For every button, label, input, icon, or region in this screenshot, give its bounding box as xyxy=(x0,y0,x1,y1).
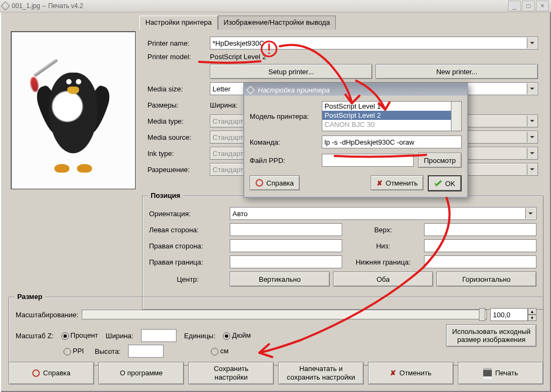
dialog-cancel-button[interactable]: Отменить xyxy=(371,175,423,190)
scaling-spinner[interactable]: 100,0 ▲▼ xyxy=(490,308,536,321)
list-item[interactable]: PostScript Level 1 xyxy=(322,102,451,111)
chevron-up-icon[interactable]: ▲ xyxy=(528,308,536,315)
orientation-dropdown[interactable]: Авто xyxy=(230,207,536,220)
setup-printer-button[interactable]: Setup printer... xyxy=(210,64,372,79)
chevron-down-icon[interactable] xyxy=(527,148,537,159)
tab-image-output[interactable]: Изображение/Настройки вывода xyxy=(218,16,336,30)
window-menu-icon[interactable] xyxy=(246,85,255,94)
scaling-value[interactable]: 100,0 xyxy=(490,308,528,321)
print-preview xyxy=(11,31,136,189)
chevron-down-icon[interactable] xyxy=(527,116,537,126)
left-side-label: Левая сторона: xyxy=(149,226,227,234)
list-item[interactable]: CANON BJC 30 xyxy=(322,120,451,129)
media-source-label: Media source: xyxy=(147,133,207,141)
command-input[interactable]: lp -s -dHpDeskjet930C -oraw xyxy=(322,136,462,148)
dialog-ppd-label: Файл PPD: xyxy=(250,156,317,165)
titlebar: 001_1.jpg -- Печать v4.2 _ □ × xyxy=(0,0,551,12)
radio-inch[interactable] xyxy=(223,332,230,340)
browse-button[interactable]: Просмотр xyxy=(418,153,462,168)
top-label: Верх: xyxy=(345,226,421,234)
right-border-input[interactable] xyxy=(230,255,342,268)
help-button[interactable]: Справка xyxy=(9,362,94,384)
bottom-border-input[interactable] xyxy=(424,255,536,268)
window-menu-icon[interactable] xyxy=(1,2,10,11)
dialog-ok-button[interactable]: OK xyxy=(428,175,462,191)
scalez-label: Масштаб Z: xyxy=(16,332,54,340)
print-button[interactable]: Печать xyxy=(458,362,543,384)
help-icon xyxy=(256,179,263,187)
right-side-input[interactable] xyxy=(230,239,342,252)
position-legend: Позиция xyxy=(148,191,183,199)
chevron-down-icon[interactable] xyxy=(527,38,537,48)
bottom-input[interactable] xyxy=(424,239,536,252)
media-size-value: Letter xyxy=(213,85,230,93)
dialog-title: Настройка принтера xyxy=(258,86,330,94)
print-icon xyxy=(483,370,492,376)
top-input[interactable] xyxy=(424,223,536,236)
printer-name-dropdown[interactable]: *HpDeskjet930C xyxy=(210,37,538,49)
chevron-down-icon[interactable]: ▼ xyxy=(528,315,536,321)
cancel-icon xyxy=(377,179,383,187)
size-height-input[interactable] xyxy=(128,345,164,358)
bottom-toolbar: Справка О программе Сохранить настройки … xyxy=(9,362,543,384)
size-width-input[interactable] xyxy=(141,329,176,342)
radio-cm[interactable] xyxy=(211,348,218,355)
cancel-button[interactable]: Отменить xyxy=(368,362,454,384)
scaling-slider[interactable] xyxy=(82,310,487,319)
chevron-down-icon[interactable] xyxy=(527,164,537,175)
chevron-down-icon[interactable] xyxy=(527,83,537,94)
dialog-help-button[interactable]: Справка xyxy=(250,175,300,190)
tab-printer-settings[interactable]: Настройки принтера xyxy=(139,16,218,30)
bottom-label: Низ: xyxy=(345,242,421,250)
radio-ppi[interactable] xyxy=(63,348,71,355)
cancel-icon xyxy=(390,369,396,377)
save-settings-button[interactable]: Сохранить настройки xyxy=(188,362,274,384)
close-button[interactable]: × xyxy=(536,1,549,11)
right-side-label: Правая сторона: xyxy=(149,242,227,250)
radio-percent[interactable] xyxy=(61,332,69,340)
printer-model-label: Printer model: xyxy=(147,53,207,61)
help-icon xyxy=(32,369,40,377)
minimize-button[interactable]: _ xyxy=(508,1,521,11)
chevron-down-icon[interactable] xyxy=(525,208,535,219)
preview-image xyxy=(33,51,114,169)
orientation-label: Ориентация: xyxy=(149,210,227,218)
printer-model-value: PostScript Level 2 xyxy=(210,53,266,61)
scrollbar[interactable] xyxy=(451,101,462,131)
size-legend: Размер xyxy=(15,293,45,301)
new-printer-button[interactable]: New printer... xyxy=(376,64,538,79)
position-group: Позиция Ориентация: Авто Левая сторона: … xyxy=(142,196,543,310)
media-type-label: Media type: xyxy=(147,117,207,125)
maximize-button[interactable]: □ xyxy=(522,1,535,11)
ppd-file-input[interactable] xyxy=(322,154,414,167)
ok-icon xyxy=(434,180,442,187)
width-label: Ширина: xyxy=(210,101,242,109)
size-group: Размер Масштабирование: 100,0 ▲▼ Масштаб… xyxy=(9,297,543,366)
printer-name-value: *HpDeskjet930C xyxy=(213,39,264,47)
print-and-save-button[interactable]: Напечатать и сохранить настройки xyxy=(278,362,364,384)
units-label: Единицы: xyxy=(184,332,215,340)
dialog-model-label: Модель принтера: xyxy=(250,112,317,120)
printer-model-listbox[interactable]: PostScript Level 1 PostScript Level 2 CA… xyxy=(322,101,451,131)
printer-name-label: Printer name: xyxy=(147,39,207,47)
media-size-label: Media size: xyxy=(147,85,207,93)
bottom-border-label: Нижняя граница: xyxy=(345,258,421,266)
right-border-label: Правая граница: xyxy=(149,258,227,266)
center-label: Центр: xyxy=(149,275,227,283)
about-button[interactable]: О программе xyxy=(98,362,184,384)
setup-printer-dialog: Настройка принтера Модель принтера: Post… xyxy=(243,83,468,198)
window-title: 001_1.jpg -- Печать v4.2 xyxy=(12,2,83,10)
list-item[interactable]: PostScript Level 2 xyxy=(322,111,451,120)
dimensions-label: Размеры: xyxy=(147,101,207,109)
dialog-titlebar[interactable]: Настройка принтера xyxy=(244,84,467,96)
chevron-down-icon[interactable] xyxy=(527,132,537,142)
size-width-label: Ширина: xyxy=(105,332,133,340)
scaling-label: Масштабирование: xyxy=(16,311,79,319)
center-vertical-button[interactable]: Вертикально xyxy=(230,272,330,287)
left-side-input[interactable] xyxy=(230,223,342,236)
center-both-button[interactable]: Оба xyxy=(333,272,433,287)
ink-type-label: Ink type: xyxy=(147,149,207,158)
center-horizontal-button[interactable]: Горизонтально xyxy=(436,272,536,287)
use-original-size-button[interactable]: Использовать исходный размер изображения xyxy=(446,324,536,347)
size-height-label: Высота: xyxy=(95,347,121,355)
